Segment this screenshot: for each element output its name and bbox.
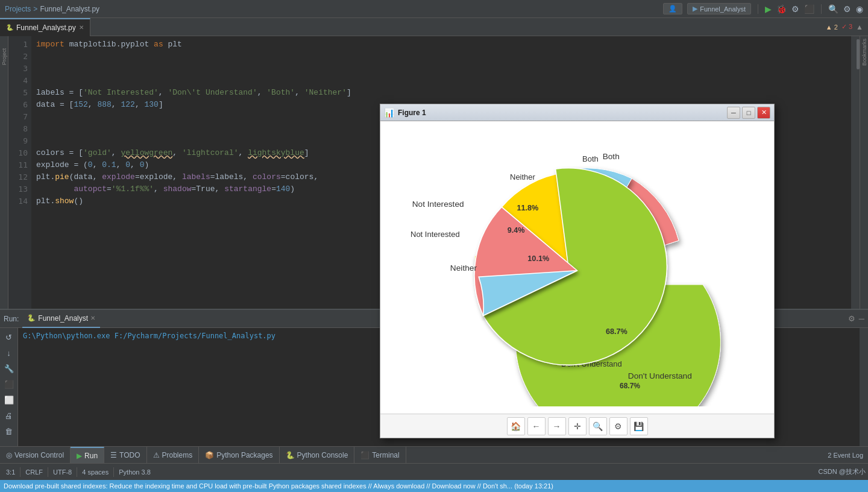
figure-forward-btn[interactable]: →	[548, 417, 566, 435]
figure-save-btn[interactable]: 💾	[630, 417, 648, 435]
line-num-6: 6	[8, 99, 28, 111]
pct-neither-text: 10.1%	[527, 254, 549, 263]
user-btn[interactable]: 👤	[663, 3, 682, 14]
outer-label-both: Both	[603, 152, 620, 161]
run-scrollbar[interactable]	[860, 328, 868, 446]
breadcrumb-projects[interactable]: Projects	[5, 5, 31, 13]
run-panel-hide-btn[interactable]: ─	[859, 314, 864, 323]
figure-toolbar: 🏠 ← → ✛ 🔍 ⚙ 💾	[380, 414, 774, 438]
line-num-5: 5	[8, 87, 28, 99]
encoding-label: UTF-8	[53, 468, 72, 476]
run-tab-close-btn[interactable]: ✕	[90, 315, 95, 321]
run-tab-python-icon: 🐍	[27, 314, 36, 322]
tab-close-btn[interactable]: ✕	[79, 24, 84, 31]
event-log-label[interactable]: 2 Event Log	[828, 452, 863, 459]
line-num-12: 12	[8, 171, 28, 183]
line-numbers: 1 2 3 4 5 6 7 8 9 10 11 12 13 14	[8, 36, 31, 309]
update-button[interactable]: ◉	[856, 4, 863, 14]
outer-label-ni: Not Interested	[412, 200, 464, 209]
scroll-thumb[interactable]	[857, 39, 860, 69]
figure-zoom-btn[interactable]: 🔍	[589, 417, 607, 435]
run-tab-name: Funnel_Analyst	[38, 314, 88, 323]
run-print-btn[interactable]: 🖨	[2, 409, 16, 422]
figure-close-btn[interactable]: ✕	[757, 107, 770, 119]
errors-count[interactable]: ✓ 3	[841, 23, 852, 31]
bottom-tabs-bar: ◎ Version Control ▶ Run ☰ TODO ⚠ Problem…	[0, 446, 868, 463]
figure-icon: 📊	[384, 108, 394, 118]
run-config-label: Funnel_Analyst	[700, 5, 746, 13]
bookmarks-tab[interactable]: Bookmarks	[861, 39, 867, 66]
run-left-tools: ↺ ↓ 🔧 ⬛ ⬜ 🖨 🗑	[0, 328, 18, 446]
run-stop-btn[interactable]: ⬛	[2, 377, 16, 391]
toolbar-separator	[758, 4, 758, 14]
run-tab-funnel[interactable]: 🐍 Funnel_Analyst ✕	[22, 310, 100, 328]
code-line-5: labels = ['Not Interested', 'Don\'t Unde…	[31, 87, 851, 99]
info-stripe[interactable]: Download pre-built shared indexes: Reduc…	[0, 480, 868, 492]
code-line-3	[31, 63, 851, 75]
bottom-tab-version-control[interactable]: ◎ Version Control	[0, 447, 71, 464]
run-panel-settings-btn[interactable]: ⚙	[848, 314, 855, 323]
figure-home-btn[interactable]: 🏠	[507, 417, 525, 435]
line-num-3: 3	[8, 63, 28, 75]
terminal-label: Terminal	[372, 451, 399, 459]
run-wrench-btn[interactable]: 🔧	[2, 362, 16, 375]
status-divider-2	[48, 467, 48, 477]
python-packages-label: Python Packages	[216, 451, 272, 459]
editor-tab-funnel-analyst[interactable]: 🐍 Funnel_Analyst.py ✕	[0, 18, 90, 36]
python-packages-icon: 📦	[205, 451, 214, 459]
figure-window-controls: ─ □ ✕	[727, 107, 770, 119]
status-divider-3	[77, 467, 77, 477]
pct-ni-text: 11.8%	[517, 204, 538, 212]
status-left: 3:1 CRLF UTF-8 4 spaces Python 3.8	[0, 464, 157, 481]
editor-scrollbar[interactable]	[851, 36, 860, 309]
status-python-version[interactable]: Python 3.8	[115, 464, 154, 481]
run-output-path: G:\Python\python.exe F:/Pycharm/Projects…	[23, 332, 275, 340]
debug-button[interactable]: 🐞	[776, 4, 787, 14]
project-tab[interactable]: Project	[1, 48, 7, 65]
bookmarks-panel: Bookmarks	[860, 36, 868, 309]
toolbar-separator-2	[821, 4, 822, 14]
run-button[interactable]: ▶	[765, 4, 772, 14]
status-divider-1	[20, 467, 20, 477]
run-scroll-to-end-btn[interactable]: ↓	[2, 346, 16, 359]
warnings-count[interactable]: ▲ 2	[826, 24, 838, 31]
todo-icon: ☰	[110, 451, 117, 459]
breadcrumb-file[interactable]: Funnel_Analyst.py	[40, 5, 99, 13]
user-icon: 👤	[668, 5, 677, 13]
expand-btn[interactable]: ▲	[856, 23, 863, 31]
bottom-bar-right: 2 Event Log	[828, 452, 868, 459]
run-softway-btn[interactable]: ⬜	[2, 393, 16, 406]
status-encoding[interactable]: UTF-8	[49, 464, 75, 481]
stop-button[interactable]: ⬛	[804, 4, 814, 14]
run-rerun-btn[interactable]: ↺	[2, 330, 16, 344]
problems-label: Problems	[162, 451, 193, 459]
status-line-ending[interactable]: CRLF	[22, 464, 46, 481]
python-console-label: Python Console	[297, 451, 348, 459]
search-everywhere-button[interactable]: 🔍	[828, 4, 838, 14]
figure-pan-btn[interactable]: ✛	[568, 417, 587, 435]
figure-minimize-btn[interactable]: ─	[727, 107, 740, 119]
bottom-tab-run[interactable]: ▶ Run	[71, 447, 104, 464]
bottom-tab-problems[interactable]: ⚠ Problems	[147, 447, 200, 464]
status-position[interactable]: 3:1	[2, 464, 19, 481]
run-clear-btn[interactable]: 🗑	[2, 424, 16, 438]
coverage-button[interactable]: ⚙	[791, 4, 799, 14]
bottom-tab-terminal[interactable]: ⬛ Terminal	[354, 447, 406, 464]
code-line-4	[31, 75, 851, 87]
code-line-2	[31, 51, 851, 63]
top-bar: Projects > Funnel_Analyst.py 👤 ▶ Funnel_…	[0, 0, 868, 18]
settings-button[interactable]: ⚙	[843, 4, 851, 14]
bottom-tab-todo[interactable]: ☰ TODO	[104, 447, 146, 464]
line-num-8: 8	[8, 123, 28, 135]
line-num-14: 14	[8, 195, 28, 207]
figure-maximize-btn[interactable]: □	[742, 107, 755, 119]
figure-canvas: Both Neither Not Interested Don't Unders…	[380, 121, 774, 414]
bottom-tab-python-packages[interactable]: 📦 Python Packages	[199, 447, 279, 464]
status-indent[interactable]: 4 spaces	[78, 464, 112, 481]
figure-config-btn[interactable]: ⚙	[609, 417, 627, 435]
python-file-icon: 🐍	[6, 24, 13, 31]
run-config-btn[interactable]: ▶ Funnel_Analyst	[687, 3, 751, 14]
figure-back-btn[interactable]: ←	[527, 417, 546, 435]
bottom-tab-python-console[interactable]: 🐍 Python Console	[280, 447, 355, 464]
editor-area: Project 1 2 3 4 5 6 7 8 9 10 11 12 13 14…	[0, 36, 868, 309]
